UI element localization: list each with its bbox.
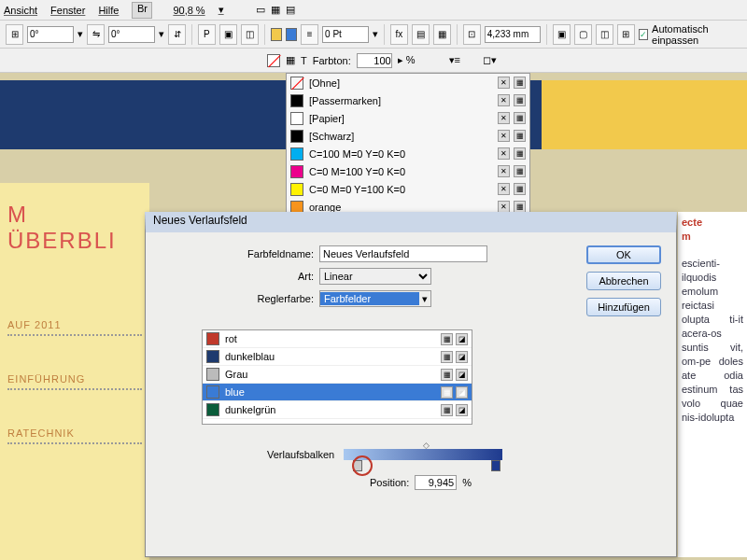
fit-icon-4[interactable]: ⊞	[617, 24, 635, 45]
fit-icon-2[interactable]: ▢	[574, 24, 592, 45]
swatches-panel: [Ohne]✕▦[Passermarken]✕▦[Papier]✕▦[Schwa…	[286, 73, 530, 226]
add-button[interactable]: Hinzufügen	[586, 298, 661, 316]
cmyk-icon: ◪	[456, 351, 468, 363]
fit-icon-1[interactable]: ▣	[553, 24, 571, 45]
menu-hilfe[interactable]: Hilfe	[98, 5, 119, 16]
swatch-row[interactable]: [Ohne]✕▦	[287, 74, 529, 91]
spot-icon: ▦	[441, 386, 453, 399]
swatch-toolbar: ▦ T Farbton: ▸ % ▾≡ ◻▾	[0, 49, 747, 73]
dimension-input[interactable]	[485, 26, 541, 43]
color-row[interactable]: rot▦◪	[203, 330, 472, 348]
dropdown-icon[interactable]: ▾	[218, 4, 224, 16]
select-icon[interactable]: ▣	[219, 24, 237, 45]
view-icon[interactable]: ▤	[286, 4, 295, 16]
frame-fit-icon[interactable]: ⊡	[463, 24, 481, 45]
pencil-icon: ✕	[498, 147, 510, 160]
panel-menu-icon[interactable]: ▾≡	[449, 54, 460, 66]
dropdown-icon[interactable]: ▾	[159, 28, 164, 40]
swatch-row[interactable]: [Papier]✕▦	[287, 109, 529, 127]
ok-button[interactable]: OK	[586, 245, 661, 264]
screen-mode-icon[interactable]: ▭	[256, 4, 265, 16]
ref-point-icon[interactable]: ⊞	[6, 24, 23, 45]
cmyk-icon: ▦	[514, 112, 526, 124]
dropdown-icon[interactable]: ▾	[78, 28, 83, 40]
color-row[interactable]: dunkelgrün▦◪	[203, 401, 472, 419]
gradient-stop-right[interactable]	[491, 460, 500, 471]
auto-fit-label: Automatisch einpassen	[652, 23, 741, 46]
cmyk-icon: ▦	[514, 165, 526, 177]
doc-body-text: ectem escienti-ilquodis emolum reictasi …	[678, 212, 747, 557]
tint-input[interactable]	[357, 53, 392, 68]
doc-title: M ÜBERBLI	[7, 202, 142, 254]
color-name: dunkelgrün	[225, 404, 275, 415]
swatch-name: C=100 M=0 Y=0 K=0	[309, 148, 405, 160]
gradient-stop-left[interactable]	[353, 460, 362, 471]
color-row[interactable]: dunkelblau▦◪	[203, 348, 472, 366]
cmyk-icon: ◪	[456, 369, 468, 381]
swatch-row[interactable]: C=0 M=0 Y=100 K=0✕▦	[287, 180, 529, 198]
stroke-pt-input[interactable]	[322, 26, 369, 43]
swatch-icon	[290, 183, 303, 196]
rotation-input-1[interactable]	[27, 26, 74, 43]
position-input[interactable]	[415, 475, 457, 490]
dialog-title: Neues Verlaufsfeld	[153, 214, 247, 227]
swatch-row[interactable]: C=0 M=100 Y=0 K=0✕▦	[287, 162, 529, 180]
swatch-name: C=0 M=100 Y=0 K=0	[309, 166, 405, 177]
pencil-icon: ✕	[498, 165, 510, 177]
text-wrap-icon[interactable]: P	[198, 24, 216, 45]
stopcolor-select[interactable]: Farbfelder▾	[319, 290, 431, 307]
bridge-button[interactable]: Br	[132, 2, 152, 19]
rotation-input-2[interactable]	[108, 26, 155, 43]
new-gradient-dialog: Neues Verlaufsfeld Farbfeldname: Art: Li…	[145, 212, 677, 557]
position-unit: %	[462, 477, 472, 488]
flip-v-icon[interactable]: ⇵	[168, 24, 186, 45]
gradient-bar[interactable]: ◇	[344, 449, 502, 460]
fit-icon-3[interactable]: ◫	[596, 24, 613, 45]
color-name: Grau	[225, 369, 247, 380]
spot-icon: ▦	[441, 404, 453, 416]
arrange-icon[interactable]: ▦	[271, 4, 280, 16]
cancel-button[interactable]: Abbrechen	[586, 272, 661, 290]
dropdown-icon[interactable]: ▾	[373, 28, 378, 40]
flip-h-icon[interactable]: ⇋	[87, 24, 105, 45]
swatch-row[interactable]: [Schwarz]✕▦	[287, 127, 529, 145]
color-row[interactable]: Grau▦◪	[203, 366, 472, 384]
color-list: rot▦◪dunkelblau▦◪Grau▦◪blue▦◪dunkelgrün▦…	[202, 329, 472, 425]
pencil-icon: ✕	[498, 130, 510, 142]
swatch-icon	[290, 130, 303, 143]
type-label: Art:	[211, 271, 314, 282]
color-swatch-icon	[206, 403, 219, 416]
corner-options-icon[interactable]: ◻▾	[483, 54, 511, 66]
cmyk-icon: ◪	[456, 386, 468, 399]
cmyk-icon: ◪	[456, 333, 468, 345]
swatch-row[interactable]: C=100 M=0 Y=0 K=0✕▦	[287, 145, 529, 162]
menu-fenster[interactable]: Fenster	[50, 5, 85, 16]
spot-icon: ▦	[441, 333, 453, 345]
drop-shadow-icon[interactable]: ▦	[433, 24, 451, 45]
stroke-swatch[interactable]	[286, 28, 297, 41]
zoom-value[interactable]: 90,8 %	[173, 5, 204, 16]
menu-bar: Ansicht Fenster Hilfe Br 90,8 % ▾ ▭ ▦ ▤	[0, 0, 747, 21]
apply-icon[interactable]: ▦	[286, 54, 295, 66]
pencil-icon: ✕	[498, 183, 510, 195]
swatch-name: [Passermarken]	[309, 95, 381, 106]
menu-ansicht[interactable]: Ansicht	[4, 5, 37, 16]
swatch-name: orange	[309, 202, 341, 213]
type-select[interactable]: Linear	[319, 268, 431, 285]
opacity-icon[interactable]: ▤	[412, 24, 430, 45]
fill-swatch[interactable]	[271, 28, 282, 41]
stroke-weight-icon[interactable]: ≡	[301, 24, 318, 45]
name-input[interactable]	[319, 245, 487, 262]
swatch-icon	[290, 94, 303, 107]
content-icon[interactable]: ◫	[241, 24, 259, 45]
fx-icon[interactable]: fx	[390, 24, 408, 45]
swatch-name: C=0 M=0 Y=100 K=0	[309, 184, 405, 195]
none-swatch[interactable]	[267, 54, 280, 67]
color-row[interactable]: blue▦◪	[203, 384, 472, 401]
swatch-icon	[290, 112, 303, 125]
swatch-row[interactable]: [Passermarken]✕▦	[287, 91, 529, 109]
auto-fit-checkbox[interactable]: ✓ Automatisch einpassen	[639, 23, 741, 46]
name-label: Farbfeldname:	[211, 248, 314, 259]
cmyk-icon: ▦	[514, 147, 526, 160]
text-icon[interactable]: T	[301, 55, 307, 66]
